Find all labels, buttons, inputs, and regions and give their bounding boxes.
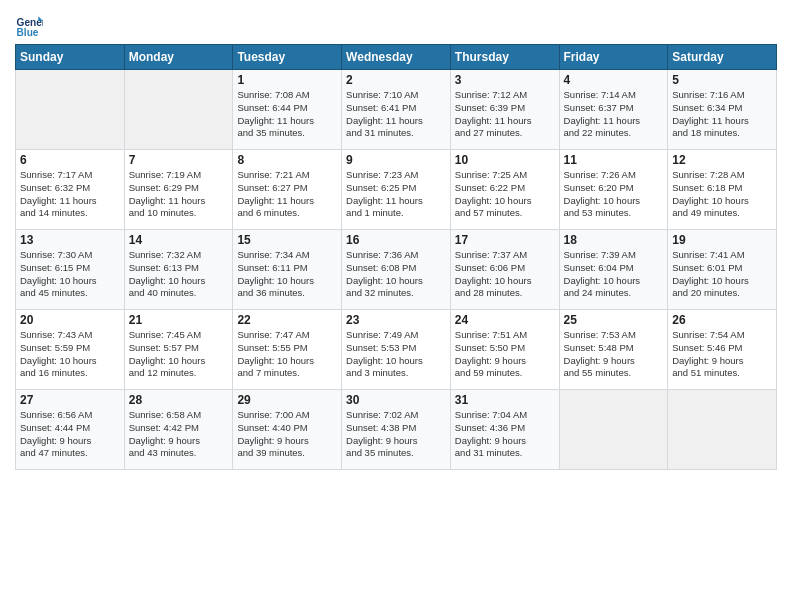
header: General Blue [15,10,777,38]
day-number: 6 [20,153,120,167]
weekday-header-thursday: Thursday [450,45,559,70]
calendar-week-row: 27Sunrise: 6:56 AM Sunset: 4:44 PM Dayli… [16,390,777,470]
day-number: 24 [455,313,555,327]
day-number: 11 [564,153,664,167]
logo-icon: General Blue [15,10,43,38]
calendar-week-row: 6Sunrise: 7:17 AM Sunset: 6:32 PM Daylig… [16,150,777,230]
day-info: Sunrise: 7:30 AM Sunset: 6:15 PM Dayligh… [20,249,120,300]
day-number: 4 [564,73,664,87]
calendar-day-25: 25Sunrise: 7:53 AM Sunset: 5:48 PM Dayli… [559,310,668,390]
day-info: Sunrise: 7:17 AM Sunset: 6:32 PM Dayligh… [20,169,120,220]
day-info: Sunrise: 7:21 AM Sunset: 6:27 PM Dayligh… [237,169,337,220]
calendar-week-row: 1Sunrise: 7:08 AM Sunset: 6:44 PM Daylig… [16,70,777,150]
weekday-header-wednesday: Wednesday [342,45,451,70]
calendar-day-20: 20Sunrise: 7:43 AM Sunset: 5:59 PM Dayli… [16,310,125,390]
calendar-day-23: 23Sunrise: 7:49 AM Sunset: 5:53 PM Dayli… [342,310,451,390]
day-number: 7 [129,153,229,167]
calendar-day-22: 22Sunrise: 7:47 AM Sunset: 5:55 PM Dayli… [233,310,342,390]
calendar-day-10: 10Sunrise: 7:25 AM Sunset: 6:22 PM Dayli… [450,150,559,230]
day-info: Sunrise: 7:19 AM Sunset: 6:29 PM Dayligh… [129,169,229,220]
day-info: Sunrise: 7:23 AM Sunset: 6:25 PM Dayligh… [346,169,446,220]
day-number: 26 [672,313,772,327]
calendar-day-7: 7Sunrise: 7:19 AM Sunset: 6:29 PM Daylig… [124,150,233,230]
weekday-header-friday: Friday [559,45,668,70]
calendar-day-15: 15Sunrise: 7:34 AM Sunset: 6:11 PM Dayli… [233,230,342,310]
day-info: Sunrise: 6:56 AM Sunset: 4:44 PM Dayligh… [20,409,120,460]
day-number: 10 [455,153,555,167]
day-number: 3 [455,73,555,87]
day-number: 8 [237,153,337,167]
day-info: Sunrise: 7:54 AM Sunset: 5:46 PM Dayligh… [672,329,772,380]
day-number: 9 [346,153,446,167]
calendar-day-5: 5Sunrise: 7:16 AM Sunset: 6:34 PM Daylig… [668,70,777,150]
calendar-day-24: 24Sunrise: 7:51 AM Sunset: 5:50 PM Dayli… [450,310,559,390]
day-info: Sunrise: 7:53 AM Sunset: 5:48 PM Dayligh… [564,329,664,380]
day-info: Sunrise: 7:25 AM Sunset: 6:22 PM Dayligh… [455,169,555,220]
day-number: 1 [237,73,337,87]
calendar-day-21: 21Sunrise: 7:45 AM Sunset: 5:57 PM Dayli… [124,310,233,390]
calendar-day-17: 17Sunrise: 7:37 AM Sunset: 6:06 PM Dayli… [450,230,559,310]
calendar-empty-cell [16,70,125,150]
calendar-day-11: 11Sunrise: 7:26 AM Sunset: 6:20 PM Dayli… [559,150,668,230]
day-info: Sunrise: 7:28 AM Sunset: 6:18 PM Dayligh… [672,169,772,220]
calendar-day-3: 3Sunrise: 7:12 AM Sunset: 6:39 PM Daylig… [450,70,559,150]
calendar-empty-cell [668,390,777,470]
calendar-day-1: 1Sunrise: 7:08 AM Sunset: 6:44 PM Daylig… [233,70,342,150]
day-number: 28 [129,393,229,407]
calendar-day-26: 26Sunrise: 7:54 AM Sunset: 5:46 PM Dayli… [668,310,777,390]
day-info: Sunrise: 7:36 AM Sunset: 6:08 PM Dayligh… [346,249,446,300]
calendar-empty-cell [559,390,668,470]
day-number: 5 [672,73,772,87]
day-number: 19 [672,233,772,247]
day-number: 27 [20,393,120,407]
day-info: Sunrise: 7:51 AM Sunset: 5:50 PM Dayligh… [455,329,555,380]
calendar-day-16: 16Sunrise: 7:36 AM Sunset: 6:08 PM Dayli… [342,230,451,310]
day-number: 22 [237,313,337,327]
day-info: Sunrise: 7:37 AM Sunset: 6:06 PM Dayligh… [455,249,555,300]
day-info: Sunrise: 7:12 AM Sunset: 6:39 PM Dayligh… [455,89,555,140]
day-number: 16 [346,233,446,247]
day-info: Sunrise: 7:39 AM Sunset: 6:04 PM Dayligh… [564,249,664,300]
day-info: Sunrise: 7:00 AM Sunset: 4:40 PM Dayligh… [237,409,337,460]
day-number: 30 [346,393,446,407]
weekday-header-sunday: Sunday [16,45,125,70]
weekday-header-row: SundayMondayTuesdayWednesdayThursdayFrid… [16,45,777,70]
day-number: 14 [129,233,229,247]
day-number: 23 [346,313,446,327]
day-number: 13 [20,233,120,247]
day-number: 21 [129,313,229,327]
day-number: 2 [346,73,446,87]
day-number: 20 [20,313,120,327]
day-number: 17 [455,233,555,247]
calendar-day-28: 28Sunrise: 6:58 AM Sunset: 4:42 PM Dayli… [124,390,233,470]
page-container: General Blue SundayMondayTuesdayWednesda… [0,0,792,480]
day-info: Sunrise: 7:34 AM Sunset: 6:11 PM Dayligh… [237,249,337,300]
day-info: Sunrise: 7:04 AM Sunset: 4:36 PM Dayligh… [455,409,555,460]
day-info: Sunrise: 7:10 AM Sunset: 6:41 PM Dayligh… [346,89,446,140]
day-info: Sunrise: 7:16 AM Sunset: 6:34 PM Dayligh… [672,89,772,140]
calendar-day-14: 14Sunrise: 7:32 AM Sunset: 6:13 PM Dayli… [124,230,233,310]
calendar-day-13: 13Sunrise: 7:30 AM Sunset: 6:15 PM Dayli… [16,230,125,310]
calendar-day-31: 31Sunrise: 7:04 AM Sunset: 4:36 PM Dayli… [450,390,559,470]
calendar-day-8: 8Sunrise: 7:21 AM Sunset: 6:27 PM Daylig… [233,150,342,230]
day-info: Sunrise: 7:41 AM Sunset: 6:01 PM Dayligh… [672,249,772,300]
calendar-day-2: 2Sunrise: 7:10 AM Sunset: 6:41 PM Daylig… [342,70,451,150]
calendar-day-29: 29Sunrise: 7:00 AM Sunset: 4:40 PM Dayli… [233,390,342,470]
day-info: Sunrise: 7:49 AM Sunset: 5:53 PM Dayligh… [346,329,446,380]
svg-text:Blue: Blue [17,27,39,38]
weekday-header-monday: Monday [124,45,233,70]
calendar-day-18: 18Sunrise: 7:39 AM Sunset: 6:04 PM Dayli… [559,230,668,310]
calendar-week-row: 13Sunrise: 7:30 AM Sunset: 6:15 PM Dayli… [16,230,777,310]
day-info: Sunrise: 7:14 AM Sunset: 6:37 PM Dayligh… [564,89,664,140]
day-info: Sunrise: 7:08 AM Sunset: 6:44 PM Dayligh… [237,89,337,140]
calendar-day-27: 27Sunrise: 6:56 AM Sunset: 4:44 PM Dayli… [16,390,125,470]
calendar-day-6: 6Sunrise: 7:17 AM Sunset: 6:32 PM Daylig… [16,150,125,230]
calendar-day-30: 30Sunrise: 7:02 AM Sunset: 4:38 PM Dayli… [342,390,451,470]
day-info: Sunrise: 7:02 AM Sunset: 4:38 PM Dayligh… [346,409,446,460]
calendar-table: SundayMondayTuesdayWednesdayThursdayFrid… [15,44,777,470]
day-number: 29 [237,393,337,407]
calendar-week-row: 20Sunrise: 7:43 AM Sunset: 5:59 PM Dayli… [16,310,777,390]
calendar-day-12: 12Sunrise: 7:28 AM Sunset: 6:18 PM Dayli… [668,150,777,230]
day-info: Sunrise: 7:47 AM Sunset: 5:55 PM Dayligh… [237,329,337,380]
day-number: 18 [564,233,664,247]
